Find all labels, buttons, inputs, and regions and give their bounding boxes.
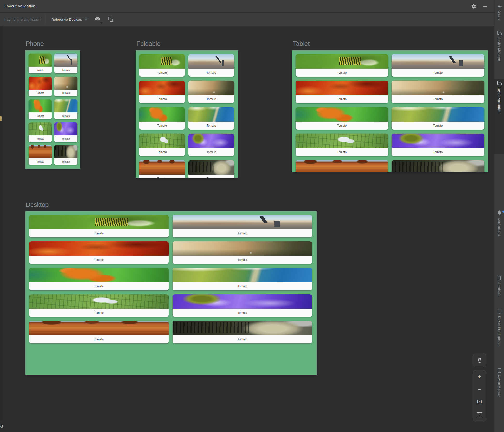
plant-name-label: Tomato [139, 95, 185, 103]
sidebar-tab-device-manager[interactable]: Device Manager [494, 29, 504, 61]
plant-photo-caterpillar [139, 54, 185, 69]
device-preview-desktop[interactable]: TomatoTomatoTomatoTomatoTomatoTomatoToma… [25, 211, 316, 375]
sidebar-tab-emulator[interactable]: Emulator [494, 274, 504, 295]
plant-photo-red-maple-leaves [139, 81, 185, 95]
plant-card: Tomato [29, 100, 52, 119]
plant-card: Tomato [296, 54, 388, 77]
sidebar-tab-label: Layout Validation [497, 87, 501, 112]
plant-photo-desert-buttes [29, 321, 169, 335]
plant-photo-purple-river [189, 134, 234, 148]
plant-name-label: Tomato [392, 69, 484, 77]
plant-photo-caterpillar [29, 54, 52, 67]
plant-name-label: Tomato [189, 69, 234, 77]
plant-name-label: Tomato [29, 67, 52, 74]
plant-photo-purple-river [54, 122, 77, 135]
window-titlebar: Layout Validation [0, 0, 494, 12]
plant-card: Tomato [29, 241, 169, 264]
plant-photo-purple-river [172, 294, 312, 309]
plant-photo-farm-aerial [29, 294, 169, 309]
plant-photo-wet-wood-branch [172, 241, 312, 256]
plant-photo-desert-buttes [296, 160, 388, 172]
plant-photo-farm-aerial [139, 134, 185, 148]
plant-photo-caterpillar [29, 215, 169, 229]
plant-card: Tomato [29, 294, 169, 317]
plant-name-label: Tomato [189, 95, 234, 103]
plant-photo-city-telescope [54, 54, 77, 67]
plant-card: Tomato [172, 321, 312, 343]
plant-name-label: Tomato [54, 67, 77, 74]
plant-name-label: Tomato [29, 112, 52, 119]
plant-name-label: Tomato [29, 282, 169, 290]
sidebar-tab-device-monitor[interactable]: Device Monitor [494, 367, 504, 397]
plant-photo-wet-wood-branch [54, 77, 77, 90]
plant-card: Tomato [189, 54, 234, 77]
zoom-actual-size-button[interactable]: 1:1 [473, 397, 486, 408]
plant-card: Tomato [189, 81, 234, 103]
plant-card: Tomato [189, 134, 234, 156]
sidebar-tab-label: Device Monitor [497, 375, 501, 397]
zoom-out-button[interactable]: − [473, 384, 486, 395]
zoom-in-button[interactable]: + [473, 371, 486, 382]
plant-photo-red-maple-leaves [29, 77, 52, 90]
sidebar-tab-device-file-explorer[interactable]: Device File Explorer [494, 308, 504, 346]
plant-name-label: Tomato [29, 135, 52, 142]
ide-edge-strip [0, 26, 2, 420]
panel-title-tablet: Tablet [293, 40, 309, 47]
plant-card: Tomato [392, 134, 484, 156]
plant-name-label: Tomato [392, 122, 484, 129]
zoom-fit-button[interactable] [473, 409, 486, 421]
plant-card: Tomato [139, 134, 185, 156]
plant-card: Tomato [29, 321, 169, 343]
sidebar-tab-label: Gradle [497, 10, 501, 20]
pan-button[interactable] [473, 354, 486, 367]
plant-photo-coastline-aerial [172, 268, 312, 282]
copy-screens-icon[interactable] [107, 16, 114, 22]
plant-card: Tomato [54, 100, 77, 119]
plant-name-label: Tomato [296, 69, 388, 77]
plant-photo-city-telescope [189, 54, 234, 69]
plant-name-label: Tomato [139, 122, 185, 129]
window-title: Layout Validation [4, 0, 35, 12]
plant-name-label: Tomato [29, 158, 52, 165]
plant-name-label: Tomato [172, 309, 312, 317]
plant-name-label: Tomato [54, 135, 77, 142]
chevron-down-icon [84, 17, 88, 21]
plant-name-label: Tomato [139, 175, 185, 178]
plant-name-label: Tomato [29, 256, 169, 264]
plant-name-label: Tomato [29, 229, 169, 238]
gradle-elephant-icon [497, 4, 502, 9]
plant-name-label: Tomato [29, 309, 169, 317]
zoom-controls: + − 1:1 [473, 370, 486, 421]
emulator-icon [497, 276, 502, 281]
sidebar-tab-layout-validation[interactable]: Layout Validation [494, 79, 504, 154]
plant-card: Tomato [392, 54, 484, 77]
plant-photo-orange-maple-leaf [139, 107, 185, 122]
plant-name-label: Tomato [392, 95, 484, 103]
plant-card: Tomato [29, 215, 169, 238]
plant-card: Tomato [172, 268, 312, 290]
gear-icon[interactable] [470, 3, 477, 9]
plant-photo-dark-forest [172, 321, 312, 335]
reference-devices-dropdown[interactable]: Reference Devices [51, 17, 88, 21]
plant-photo-orange-maple-leaf [29, 268, 169, 282]
sidebar-tab-gradle[interactable]: Gradle [494, 2, 504, 20]
plant-card: Tomato [29, 77, 52, 96]
plant-name-label: Tomato [54, 158, 77, 165]
device-preview-tablet[interactable]: TomatoTomatoTomatoTomatoTomatoTomatoToma… [292, 50, 488, 172]
plant-card: Tomato [29, 54, 52, 74]
plant-card: Tomato [139, 107, 185, 129]
plant-photo-red-maple-leaves [29, 241, 169, 256]
visibility-eye-icon[interactable] [94, 16, 101, 23]
minimize-icon[interactable] [482, 3, 488, 9]
device-preview-phone[interactable]: TomatoTomatoTomatoTomatoTomatoTomatoToma… [25, 50, 80, 169]
layout-validation-window: Layout Validation fragment_plant_list.xm… [0, 0, 504, 432]
plant-card: Tomato [296, 107, 388, 129]
device-preview-foldable[interactable]: TomatoTomatoTomatoTomatoTomatoTomatoToma… [135, 50, 238, 178]
plant-card: Tomato [172, 241, 312, 264]
sidebar-tab-notifications[interactable]: Notifications [494, 209, 504, 236]
plant-card: Tomato [139, 160, 185, 178]
panel-title-foldable: Foldable [136, 40, 161, 47]
sidebar-tab-label: Emulator [497, 283, 501, 295]
plant-photo-wet-wood-branch [392, 81, 484, 95]
plant-photo-purple-river [392, 134, 484, 148]
